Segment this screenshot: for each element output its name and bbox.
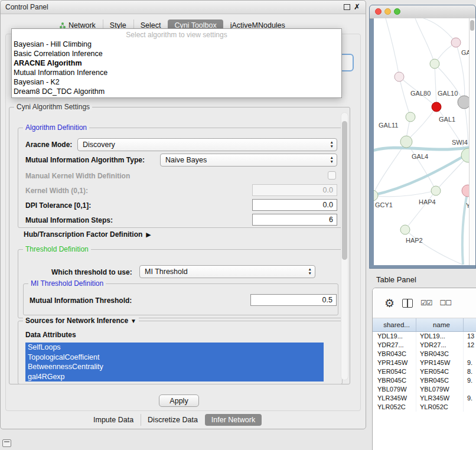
- manual-kernel-checkbox[interactable]: [328, 171, 336, 180]
- mi-steps-input[interactable]: 6: [252, 214, 337, 226]
- sources-group: Sources for Network Inference ▼ Data Att…: [18, 321, 343, 384]
- algorithm-dropdown-list: Bayesian - Hill ClimbingBasic Correlatio…: [12, 40, 341, 96]
- table-row[interactable]: YBR045CYBR045C9.: [373, 376, 476, 385]
- select-all-icon[interactable]: ☑☑: [420, 299, 432, 307]
- network-node[interactable]: [458, 96, 470, 109]
- control-panel-window: Control Panel ✗ NetworkStyleSelectCyni T…: [0, 0, 366, 429]
- aracne-mode-label: Aracne Mode:: [25, 141, 72, 149]
- table-cell: YBR043C: [373, 350, 416, 358]
- apply-button[interactable]: Apply: [159, 394, 199, 407]
- network-node[interactable]: [374, 190, 378, 201]
- tab-discretize-data[interactable]: Discretize Data: [141, 414, 204, 426]
- network-node-label: GCY1: [375, 201, 393, 208]
- minimize-traffic-light[interactable]: [384, 8, 391, 15]
- dock-panel-icon[interactable]: [2, 439, 11, 447]
- network-node[interactable]: [406, 112, 415, 122]
- attribute-list-item[interactable]: SelfLoops: [25, 343, 324, 353]
- mi-threshold-input[interactable]: 0.5: [250, 294, 337, 306]
- expanded-arrow-icon: ▼: [131, 318, 136, 324]
- algorithm-option[interactable]: Bayesian - K2: [12, 77, 341, 87]
- network-scrollbar-thumb[interactable]: [470, 20, 474, 31]
- table-cell: YDL19...: [373, 332, 416, 341]
- network-view-window: GALGAL80GAL10GAL11GAL1SWI4GAL4GCY1HAP4HA…: [369, 5, 476, 269]
- table-cell: YDR27...: [373, 341, 416, 350]
- network-node[interactable]: [395, 72, 404, 81]
- table-row[interactable]: YLR052CYLR052C: [373, 403, 476, 412]
- hub-section-toggle[interactable]: Hub/Transcription Factor Definition ▶: [24, 230, 151, 239]
- table-row[interactable]: YLR345WYLR345W9.: [373, 394, 476, 403]
- network-node-label: GAL80: [410, 90, 431, 97]
- network-node[interactable]: [461, 148, 470, 162]
- control-panel-titlebar[interactable]: Control Panel ✗: [1, 1, 366, 14]
- mi-type-select[interactable]: Naive Bayes ▲▼: [160, 154, 337, 167]
- which-threshold-select[interactable]: MI Threshold ▲▼: [139, 265, 315, 278]
- which-threshold-label: Which threshold to use:: [51, 268, 132, 276]
- network-edge[interactable]: [415, 18, 435, 64]
- table-row[interactable]: YER054CYER054C8.: [373, 367, 476, 376]
- network-node[interactable]: [400, 225, 410, 234]
- table-row[interactable]: YBR043CYBR043C: [373, 350, 476, 358]
- close-icon[interactable]: ✗: [354, 2, 360, 11]
- column-header[interactable]: [464, 318, 476, 331]
- close-traffic-light[interactable]: [375, 8, 382, 15]
- network-edge[interactable]: [409, 107, 436, 138]
- table-row[interactable]: YPR145WYPR145W9.: [373, 358, 476, 367]
- table-cell: 9.: [464, 376, 476, 385]
- zoom-traffic-light[interactable]: [394, 8, 400, 15]
- network-edge[interactable]: [405, 191, 436, 230]
- algorithm-option[interactable]: Basic Correlation Inference: [12, 49, 341, 58]
- deselect-all-icon[interactable]: ☐☐: [440, 299, 452, 307]
- kernel-width-label: Kernel Width (0,1):: [25, 187, 88, 195]
- network-node[interactable]: [431, 186, 441, 195]
- float-window-icon[interactable]: [344, 4, 350, 10]
- algorithm-option[interactable]: Mutual Information Inference: [12, 68, 341, 77]
- algorithm-option[interactable]: ARACNE Algorithm: [12, 58, 341, 68]
- dpi-tolerance-input[interactable]: 0.0: [252, 199, 337, 211]
- column-header[interactable]: shared...: [373, 318, 416, 331]
- network-node[interactable]: [432, 102, 441, 112]
- table-cell: YER054C: [373, 367, 416, 376]
- table-cell: [464, 403, 476, 412]
- network-node-label: GAL10: [438, 90, 458, 97]
- network-edge[interactable]: [399, 77, 410, 117]
- cyni-settings-group: Cyni Algorithm Settings Algorithm Defini…: [9, 107, 350, 384]
- network-vertical-scrollbar[interactable]: [469, 18, 475, 265]
- algorithm-option[interactable]: Dream8 DC_TDC Algorithm: [12, 87, 341, 96]
- settings-scrollbar[interactable]: [341, 112, 348, 380]
- table-row[interactable]: YDL19...YDL19...13: [373, 332, 476, 341]
- network-node[interactable]: [430, 59, 439, 69]
- table-header-row: shared...name: [373, 318, 476, 332]
- network-window-titlebar[interactable]: [370, 5, 475, 19]
- network-edge[interactable]: [423, 18, 456, 43]
- attribute-list-item[interactable]: gal4RGexp: [25, 372, 324, 382]
- aracne-mode-select[interactable]: Discovery ▲▼: [77, 138, 337, 151]
- network-canvas-svg: GALGAL80GAL10GAL11GAL1SWI4GAL4GCY1HAP4HA…: [374, 18, 470, 265]
- network-canvas[interactable]: GALGAL80GAL10GAL11GAL1SWI4GAL4GCY1HAP4HA…: [374, 18, 470, 265]
- manual-kernel-label: Manual Kernel Width Definition: [25, 172, 130, 180]
- network-edge[interactable]: [386, 18, 399, 77]
- network-edge[interactable]: [435, 64, 436, 107]
- control-panel-title: Control Panel: [5, 3, 48, 11]
- attribute-list-item[interactable]: TopologicalCoefficient: [25, 353, 324, 363]
- settings-scrollbar-thumb[interactable]: [342, 121, 347, 260]
- tab-infer-network[interactable]: Infer Network: [205, 414, 262, 426]
- algorithm-option[interactable]: Bayesian - Hill Climbing: [12, 40, 341, 49]
- table-cell: [464, 350, 476, 358]
- column-header[interactable]: name: [416, 318, 464, 331]
- network-node[interactable]: [451, 38, 461, 47]
- columns-icon[interactable]: [402, 299, 413, 308]
- table-row[interactable]: YDR27...YDR27...12: [373, 341, 476, 350]
- algorithm-definition-title: Algorithm Definition: [23, 123, 89, 132]
- table-cell: YLR052C: [416, 403, 464, 412]
- network-edge[interactable]: [405, 230, 462, 265]
- table-panel-toolbar: ⚙ ☑☑ ☐☐: [373, 288, 476, 318]
- network-node[interactable]: [400, 136, 412, 148]
- network-edge[interactable]: [374, 147, 470, 151]
- table-cell: [464, 385, 476, 394]
- table-row[interactable]: YBL079WYBL079W: [373, 385, 476, 394]
- attribute-list-item[interactable]: BetweennessCentrality: [25, 362, 324, 372]
- gear-icon[interactable]: ⚙: [384, 298, 395, 309]
- table-cell: YBR043C: [416, 350, 464, 358]
- tab-impute-data[interactable]: Impute Data: [87, 414, 140, 426]
- sources-section-toggle[interactable]: Sources for Network Inference ▼: [23, 317, 139, 325]
